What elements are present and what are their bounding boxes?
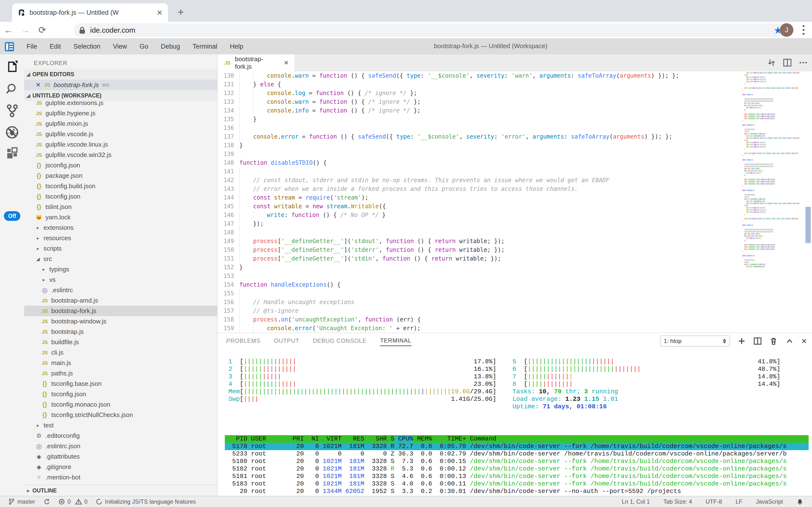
tree-item[interactable]: ▸scripts [24, 243, 217, 254]
search-icon[interactable] [5, 81, 19, 96]
tree-item[interactable]: JSgulpfile.vscode.linux.js [24, 139, 217, 150]
tree-item[interactable]: {}tsconfig.base.json [24, 379, 217, 389]
process-row[interactable]: 5233 root 20 0 0 0 0 Z 36.3 0.0 0:02.79 … [225, 450, 809, 458]
eol-sequence[interactable]: LF [736, 498, 742, 505]
source-control-icon[interactable] [5, 103, 19, 118]
tree-item[interactable]: JSmain.js [24, 358, 217, 368]
tree-item[interactable]: JSgulpfile.hygiene.js [24, 108, 217, 118]
new-tab-button[interactable]: + [178, 6, 184, 18]
tree-item[interactable]: {}jsconfig.json [24, 160, 217, 171]
outline-header[interactable]: ▸ OUTLINE [24, 485, 217, 496]
tree-item[interactable]: {}tsconfig.build.json [24, 181, 217, 191]
extensions-icon[interactable] [5, 147, 19, 161]
tree-item[interactable]: ◢src [24, 254, 217, 264]
tree-item[interactable]: JSbootstrap-window.js [24, 316, 217, 327]
terminal-select[interactable]: 1: htop [660, 336, 730, 347]
menu-debug[interactable]: Debug [154, 43, 186, 50]
open-editor-item[interactable]: ✕ JS bootstrap-fork.js src [24, 79, 217, 90]
split-editor-icon[interactable] [783, 58, 792, 67]
kill-terminal-icon[interactable] [769, 337, 778, 345]
problems-indicator[interactable]: 0 0 [58, 498, 87, 505]
panel-tab-terminal[interactable]: TERMINAL [380, 337, 411, 346]
menu-selection[interactable]: Selection [67, 43, 107, 50]
sync-button[interactable] [43, 498, 50, 505]
tree-item[interactable]: {}package.json [24, 171, 217, 181]
panel-tab-debug-console[interactable]: DEBUG CONSOLE [313, 337, 367, 346]
tree-item[interactable]: ▸resources [24, 233, 217, 243]
process-row[interactable]: 5182 root 20 0 1021M 181M 3328 R 5.3 0.6… [225, 465, 809, 473]
tree-item[interactable]: JSgulpfile.vscode.js [24, 129, 217, 139]
open-editors-header[interactable]: ◢ OPEN EDITORS [24, 69, 217, 79]
close-icon[interactable]: ✕ [36, 81, 43, 88]
tree-item[interactable]: {}tsconfig.json [24, 389, 217, 399]
tree-item[interactable]: ⚙.editorconfig [24, 431, 217, 441]
avatar[interactable]: J [780, 23, 793, 37]
browser-tab[interactable]: bootstrap-fork.js — Untitled (W ✕ [12, 3, 168, 22]
debug-disabled-icon[interactable] [5, 125, 19, 139]
offline-toggle-badge[interactable]: Off [4, 211, 20, 221]
process-row[interactable]: 5181 root 20 0 1021M 181M 3328 S 4.6 0.6… [225, 473, 809, 480]
url-text[interactable]: ide.coder.com [90, 26, 135, 34]
cursor-position[interactable]: Ln 1, Col 1 [622, 498, 650, 505]
tree-item[interactable]: ◎.eslintrc [24, 285, 217, 295]
workspace-header[interactable]: ◢ UNTITLED (WORKSPACE) [24, 90, 217, 101]
tab-close-icon[interactable]: ✕ [284, 59, 289, 66]
process-row[interactable]: 5183 root 20 0 1021M 181M 3328 S 4.0 0.6… [225, 480, 809, 488]
terminal[interactable]: 1 [||||||||||||||17.8%]2 [||||||||||||||… [217, 350, 812, 496]
tree-item[interactable]: ◎.eslintrc.json [24, 441, 217, 451]
editor-tab[interactable]: JS bootstrap-fork.js ✕ [217, 54, 295, 71]
tree-item[interactable]: ◈.gitattributes [24, 451, 217, 462]
tree-item[interactable]: JSbuildfile.js [24, 337, 217, 347]
menu-file[interactable]: File [20, 43, 44, 50]
menu-go[interactable]: Go [133, 43, 154, 50]
more-actions-icon[interactable] [799, 58, 808, 67]
explorer-icon[interactable] [5, 60, 19, 74]
process-row[interactable]: 20 root 20 0 1344M 62052 1952 S 3.3 0.2 … [225, 488, 809, 495]
split-terminal-icon[interactable] [753, 337, 762, 345]
tree-item[interactable]: ◈.gitignore [24, 462, 217, 472]
menu-help[interactable]: Help [224, 43, 250, 50]
process-row[interactable]: 5178 root 20 0 1021M 181M 3328 R 72.7 0.… [225, 443, 809, 450]
tree-item[interactable]: ▸vs [24, 275, 217, 285]
panel-tab-output[interactable]: OUTPUT [274, 337, 299, 346]
tree-item[interactable]: ≡.mention-bot [24, 472, 217, 483]
tab-close-icon[interactable]: ✕ [157, 8, 163, 17]
menu-edit[interactable]: Edit [44, 43, 67, 50]
maximize-panel-icon[interactable] [785, 337, 794, 345]
browser-menu-icon[interactable]: ••• [799, 24, 808, 36]
minimap[interactable] [741, 70, 805, 331]
branch-indicator[interactable]: master [8, 498, 35, 505]
tree-item[interactable]: JSgulpfile.vscode.win32.js [24, 150, 217, 160]
menu-terminal[interactable]: Terminal [186, 43, 224, 50]
language-mode[interactable]: JavaScript [756, 498, 783, 505]
url-bar[interactable]: ide.coder.com ★ [74, 23, 788, 37]
tree-item[interactable]: JSgulpfile.mixin.js [24, 118, 217, 129]
notifications-bell-icon[interactable] [797, 498, 803, 505]
tab-size[interactable]: Tab Size: 4 [663, 498, 692, 505]
git-branch-icon [8, 498, 15, 505]
process-row[interactable]: 5180 root 20 0 1021M 181M 3328 S 7.3 0.6… [225, 458, 809, 465]
encoding[interactable]: UTF-8 [706, 498, 722, 505]
menu-view[interactable]: View [107, 43, 133, 50]
tree-item[interactable]: 🐱yarn.lock [24, 212, 217, 223]
tree-item[interactable]: JSbootstrap-amd.js [24, 295, 217, 306]
code-viewport[interactable]: 130console.warn = function () { safeSend… [217, 71, 741, 333]
tree-item[interactable]: ▸extensions [24, 223, 217, 233]
tree-item[interactable]: {}tsconfig.monaco.json [24, 399, 217, 410]
open-changes-icon[interactable] [766, 58, 776, 67]
tree-item[interactable]: {}tsconfig.strictNullChecks.json [24, 410, 217, 420]
tree-item[interactable]: JSpaths.js [24, 368, 217, 379]
tree-item[interactable]: JSbootstrap-fork.js [24, 306, 217, 316]
tree-item[interactable]: ▸typings [24, 264, 217, 275]
new-terminal-icon[interactable] [737, 337, 746, 345]
reload-icon[interactable]: ⟳ [34, 25, 51, 35]
panel-tab-problems[interactable]: PROBLEMS [226, 337, 260, 346]
tree-item[interactable]: JSbootstrap.js [24, 327, 217, 337]
scrollbar-thumb[interactable] [806, 207, 811, 243]
tree-item[interactable]: {}tslint.json [24, 202, 217, 212]
tree-item[interactable]: JScli.js [24, 347, 217, 358]
tree-item[interactable]: ▸test [24, 420, 217, 431]
tree-item[interactable]: {}tsconfig.json [24, 191, 217, 202]
close-panel-icon[interactable]: ✕ [801, 337, 807, 345]
back-icon[interactable]: ← [0, 25, 17, 35]
